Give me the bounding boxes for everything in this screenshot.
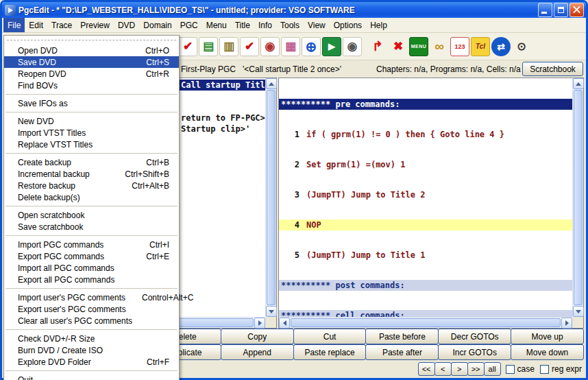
command-line[interactable]: 1if ( gprm(1) != 0 ) then { Goto line 4 … — [279, 129, 572, 140]
nav-all-button[interactable]: all — [484, 362, 501, 376]
copy-docs-icon[interactable]: ▤ — [199, 37, 218, 56]
menu-trace[interactable]: Trace — [47, 18, 76, 32]
scroll-up-button[interactable] — [266, 78, 277, 89]
menu-item-export-all-pgc-commands[interactable]: Export all PGC commands — [4, 274, 179, 285]
menu-item-save-ifos-as[interactable]: Save IFOs as — [4, 97, 179, 109]
navigation-icon[interactable]: ⇄ — [491, 37, 511, 56]
command-line[interactable]: 3(JumpTT) Jump to Title 2 — [279, 189, 572, 200]
check-doc-icon[interactable]: ✔ — [240, 37, 259, 56]
menu-pgc[interactable]: PGC — [176, 18, 202, 32]
nav-next-button[interactable]: > — [451, 362, 468, 376]
regexp-checkbox[interactable] — [540, 365, 549, 374]
scroll-left-button[interactable] — [279, 318, 290, 329]
nav-prev-button[interactable]: < — [434, 362, 452, 376]
menu-options[interactable]: Options — [330, 18, 366, 32]
case-checkbox[interactable] — [506, 365, 515, 374]
link-pgc-icon[interactable]: ∞ — [430, 37, 449, 56]
title-bar[interactable]: PgcEdit - * "D:\LP_WEBSTER_HALL\VIDEO_TS… — [2, 2, 586, 18]
dvd-disc-icon[interactable]: ◉ — [343, 37, 362, 56]
menu-view[interactable]: View — [304, 18, 330, 32]
incr-gotos-button[interactable]: Incr GOTOs — [438, 344, 511, 360]
scroll-up-button[interactable] — [573, 78, 584, 89]
renumber-cells-icon[interactable]: 123 — [450, 37, 469, 56]
menu-item-restore-backup[interactable]: Restore backupCtrl+Alt+B — [4, 180, 179, 191]
pre-commands-header[interactable]: ********** pre commands: — [279, 99, 572, 110]
menu-help[interactable]: Help — [366, 18, 391, 32]
menu-item-replace-vtst-titles[interactable]: Replace VTST Titles — [4, 139, 179, 150]
menu-item-delete-backups[interactable]: Delete backup(s) — [4, 191, 179, 203]
scroll-right-button[interactable] — [254, 318, 265, 329]
menu-item-explore-dvd-folder[interactable]: Explore DVD FolderCtrl+F — [4, 356, 179, 368]
scratchbook-button[interactable]: Scratchbook — [522, 62, 583, 76]
menu-item-open-dvd[interactable]: Open DVDCtrl+O — [4, 45, 179, 56]
menu-item-incremental-backup[interactable]: Incremental backupCtrl+Shift+B — [4, 168, 179, 180]
menu-menu[interactable]: Menu — [202, 18, 231, 32]
close-button[interactable] — [569, 3, 584, 17]
scroll-down-button[interactable] — [573, 306, 584, 317]
maximize-button[interactable] — [554, 3, 568, 17]
preview-play-icon[interactable]: ▶ — [322, 37, 341, 56]
menu-item-import-users-pgc-comments[interactable]: Import user's PGC commentsControl+Alt+C — [4, 292, 179, 303]
menu-domain[interactable]: Domain — [139, 18, 175, 32]
scroll-down-button[interactable] — [266, 306, 277, 317]
menu-file[interactable]: File — [3, 18, 25, 32]
scrollbar-thumb[interactable] — [291, 318, 561, 327]
delete-jump-icon[interactable]: ✖ — [389, 37, 408, 56]
menu-item-save-scratchbook[interactable]: Save scratchbook — [4, 221, 179, 233]
menu-item-clear-all-users-pgc-comments[interactable]: Clear all user's PGC comments — [4, 315, 179, 326]
menu-dvd[interactable]: DVD — [114, 18, 139, 32]
menu-item-find-bovs[interactable]: Find BOVs — [4, 80, 179, 91]
move-down-button[interactable]: Move down — [511, 344, 584, 360]
clipboard-icon[interactable]: ▦ — [281, 37, 300, 56]
post-commands-header[interactable]: ********** post commands: — [279, 280, 572, 291]
commands-vertical-scrollbar[interactable] — [572, 78, 583, 317]
append-button[interactable]: Append — [221, 344, 294, 360]
command-line[interactable]: 2Set gprm(1) =(mov) 1 — [279, 159, 572, 170]
menu-item-burn-dvd-create-iso[interactable]: Burn DVD / Create ISO — [4, 344, 179, 356]
verify-ifo-icon[interactable]: ✔ — [178, 37, 197, 56]
command-line[interactable]: 5(JumpTT) Jump to Title 1 — [279, 250, 572, 261]
burn-disc-icon[interactable]: ◉ — [260, 37, 280, 56]
menu-preview[interactable]: Preview — [76, 18, 114, 32]
menu-item-create-backup[interactable]: Create backupCtrl+B — [4, 156, 179, 168]
menu-item-import-pgc-commands[interactable]: Import PGC commandsCtrl+I — [4, 239, 179, 250]
paste-replace-button[interactable]: Paste replace — [293, 344, 367, 360]
menu-item-save-dvd[interactable]: Save DVDCtrl+S — [4, 56, 179, 68]
minimize-button[interactable] — [538, 3, 552, 17]
menu-tearoff-handle[interactable] — [4, 36, 179, 45]
menu-item-export-users-pgc-comments[interactable]: Export user's PGC comments — [4, 303, 179, 315]
command-line-highlighted[interactable]: 4NOP — [279, 219, 572, 230]
cell-commands-header[interactable]: ********** cell commands: — [279, 310, 572, 317]
paste-after-button[interactable]: Paste after — [365, 344, 439, 360]
menu-item-check-dvd-r-size[interactable]: Check DVD+/-R Size — [4, 333, 179, 344]
move-up-button[interactable]: Move up — [511, 329, 584, 344]
scrollbar-thumb[interactable] — [574, 90, 583, 305]
menu-item-open-scratchbook[interactable]: Open scratchbook — [4, 209, 179, 221]
menu-item-export-pgc-commands[interactable]: Export PGC commandsCtrl+E — [4, 250, 179, 262]
paste-before-button[interactable]: Paste before — [365, 329, 439, 344]
menu-tools[interactable]: Tools — [276, 18, 304, 32]
menu-edit[interactable]: Edit — [25, 18, 47, 32]
menu-item-import-vtst-titles[interactable]: Import VTST Titles — [4, 127, 179, 139]
globe-icon[interactable]: ⊕ — [302, 37, 321, 56]
menu-item-quit[interactable]: Quit — [4, 374, 179, 380]
menu-item-new-dvd[interactable]: New DVD — [4, 115, 179, 127]
commands-horizontal-scrollbar[interactable] — [279, 317, 572, 328]
copy-button[interactable]: Copy — [221, 329, 294, 344]
scroll-right-button[interactable] — [561, 318, 572, 329]
menu-title[interactable]: Title — [231, 18, 254, 32]
trace-eye-icon[interactable]: ⊙ — [512, 37, 531, 56]
menu-editor-icon[interactable]: MENU — [409, 37, 428, 56]
menu-info[interactable]: Info — [254, 18, 276, 32]
menu-item-import-all-pgc-commands[interactable]: Import all PGC commands — [4, 262, 179, 274]
paste-docs-icon[interactable]: ▥ — [219, 37, 238, 56]
nav-first-button[interactable]: << — [418, 362, 435, 376]
scrollbar-thumb[interactable] — [267, 90, 275, 305]
nav-last-button[interactable]: >> — [467, 362, 485, 376]
tcl-console-icon[interactable]: Tcl — [471, 37, 490, 56]
pgc-jump-icon[interactable]: ↱ — [368, 37, 387, 56]
tree-vertical-scrollbar[interactable] — [265, 78, 276, 317]
cut-button[interactable]: Cut — [293, 329, 367, 344]
decr-gotos-button[interactable]: Decr GOTOs — [438, 329, 511, 344]
menu-item-reopen-dvd[interactable]: Reopen DVDCtrl+R — [4, 68, 179, 80]
